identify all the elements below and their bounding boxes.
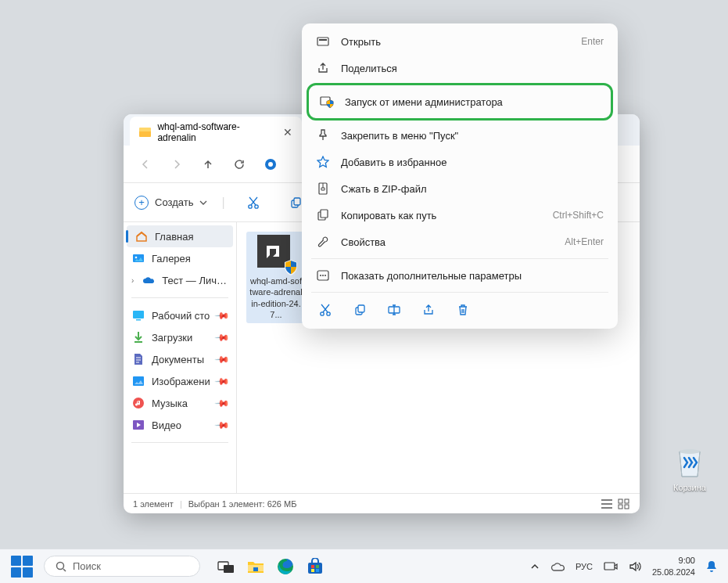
highlight-annotation: Запуск от имени администратора: [307, 83, 613, 121]
svg-point-26: [325, 275, 326, 276]
ctx-show-more[interactable]: Показать дополнительные параметры: [307, 262, 613, 289]
sidebar-item-desktop[interactable]: Рабочий сто 📌: [124, 304, 236, 326]
ctx-label: Открыть: [341, 36, 570, 48]
ctx-rename[interactable]: [386, 302, 402, 318]
store-button[interactable]: [303, 555, 327, 578]
svg-point-33: [57, 562, 64, 569]
ctx-share[interactable]: Поделиться: [307, 55, 613, 81]
sidebar-item-videos[interactable]: Видео 📌: [124, 414, 236, 436]
svg-point-25: [322, 275, 324, 276]
svg-rect-36: [253, 567, 258, 571]
network-tray-icon[interactable]: [604, 561, 618, 572]
documents-icon: [131, 352, 145, 366]
svg-rect-39: [311, 565, 314, 568]
ctx-label: Закрепить в меню "Пуск": [341, 130, 604, 142]
file-name: whql-amd-software-adrenalin-edition-24.7…: [249, 275, 303, 320]
svg-rect-18: [319, 39, 327, 41]
ctx-run-as-admin[interactable]: Запуск от имени администратора: [310, 87, 609, 117]
svg-rect-41: [311, 569, 314, 572]
search-box[interactable]: Поиск: [44, 556, 200, 577]
ctx-copy-path[interactable]: Копировать как путь Ctrl+Shift+C: [307, 202, 613, 229]
sidebar-label: Загрузки: [152, 332, 210, 344]
svg-point-24: [320, 275, 321, 276]
onedrive-tray-icon[interactable]: [550, 562, 565, 571]
sidebar-item-documents[interactable]: Документы 📌: [124, 348, 236, 370]
ctx-label: Показать дополнительные параметры: [341, 270, 604, 282]
sidebar-label: Музыка: [152, 398, 210, 409]
svg-point-27: [321, 312, 324, 315]
up-button[interactable]: [194, 150, 222, 178]
ctx-copy[interactable]: [352, 302, 368, 318]
sidebar-item-downloads[interactable]: Загрузки 📌: [124, 326, 236, 348]
recycle-bin[interactable]: Корзина: [673, 442, 706, 492]
sidebar-item-gallery[interactable]: Галерея: [124, 247, 236, 269]
divider: [131, 442, 228, 443]
grid-view-icon[interactable]: [618, 498, 630, 509]
tray-chevron-icon[interactable]: [530, 563, 540, 570]
home-nav-button[interactable]: [256, 150, 285, 178]
ctx-add-favorite[interactable]: Добавить в избранное: [307, 149, 613, 175]
ctx-label: Копировать как путь: [341, 210, 542, 221]
edge-button[interactable]: [274, 555, 297, 578]
ctx-open[interactable]: Открыть Enter: [307, 28, 613, 55]
file-item[interactable]: whql-amd-software-adrenalin-edition-24.7…: [246, 232, 306, 323]
time: 9:00: [652, 555, 695, 566]
svg-point-32: [680, 449, 700, 454]
ctx-share-action[interactable]: [421, 302, 436, 318]
admin-shield-icon: [320, 95, 334, 109]
clock[interactable]: 9:00 25.08.2024: [652, 555, 695, 578]
pin-icon: [316, 128, 330, 142]
task-view-button[interactable]: [214, 555, 238, 578]
pin-icon: 📌: [214, 351, 231, 368]
home-icon: [134, 229, 149, 243]
ctx-properties[interactable]: Свойства Alt+Enter: [307, 229, 613, 255]
status-bar: 1 элемент | Выбран 1 элемент: 626 МБ: [124, 493, 640, 513]
svg-rect-8: [133, 311, 144, 318]
explorer-tab[interactable]: whql-amd-software-adrenalin ✕: [130, 117, 302, 148]
status-selection: Выбран 1 элемент: 626 МБ: [188, 499, 297, 509]
ctx-cut[interactable]: [317, 302, 333, 318]
divider: [131, 297, 228, 298]
svg-rect-16: [625, 505, 629, 509]
ctx-label: Свойства: [341, 236, 554, 248]
sidebar-item-home[interactable]: Главная: [127, 225, 233, 247]
taskbar-apps: [214, 555, 327, 578]
copy-path-icon: [316, 208, 330, 222]
back-button[interactable]: [131, 150, 160, 178]
pin-icon: 📌: [214, 308, 231, 324]
sidebar-item-music[interactable]: Музыка 📌: [124, 392, 236, 414]
ctx-label: Запуск от имени администратора: [345, 96, 600, 108]
sidebar-item-pictures[interactable]: Изображени 📌: [124, 370, 236, 392]
ctx-label: Добавить в избранное: [341, 157, 604, 168]
list-view-icon[interactable]: [601, 498, 613, 509]
sidebar-label: Изображени: [152, 376, 210, 387]
ctx-compress-zip[interactable]: Сжать в ZIP-файл: [307, 175, 613, 202]
pin-icon: 📌: [214, 373, 231, 390]
sidebar-label: Тест — Личное: [162, 275, 228, 286]
sidebar-label: Главная: [155, 231, 225, 243]
svg-rect-17: [317, 38, 328, 45]
forward-button[interactable]: [163, 150, 191, 178]
divider: [311, 258, 608, 259]
refresh-button[interactable]: [225, 150, 253, 178]
cut-button[interactable]: [239, 189, 267, 217]
svg-rect-14: [625, 499, 629, 503]
language-indicator[interactable]: РУС: [576, 562, 593, 571]
volume-tray-icon[interactable]: [629, 561, 641, 572]
ctx-delete[interactable]: [455, 302, 471, 318]
uac-shield-icon: [284, 260, 298, 275]
ctx-pin-to-start[interactable]: Закрепить в меню "Пуск": [307, 122, 613, 149]
search-placeholder: Поиск: [73, 560, 101, 572]
svg-rect-30: [358, 305, 364, 312]
close-tab-icon[interactable]: ✕: [283, 126, 292, 139]
svg-rect-38: [308, 563, 322, 574]
sidebar-item-onedrive[interactable]: › Тест — Личное: [124, 269, 236, 291]
new-button[interactable]: + Создать: [134, 196, 207, 210]
start-button[interactable]: [11, 556, 33, 578]
svg-rect-42: [316, 569, 319, 572]
svg-point-7: [135, 257, 138, 259]
notifications-icon[interactable]: [706, 560, 717, 573]
wrench-icon: [316, 235, 330, 249]
ctx-label: Сжать в ZIP-файл: [341, 183, 604, 195]
file-explorer-button[interactable]: [244, 555, 267, 578]
